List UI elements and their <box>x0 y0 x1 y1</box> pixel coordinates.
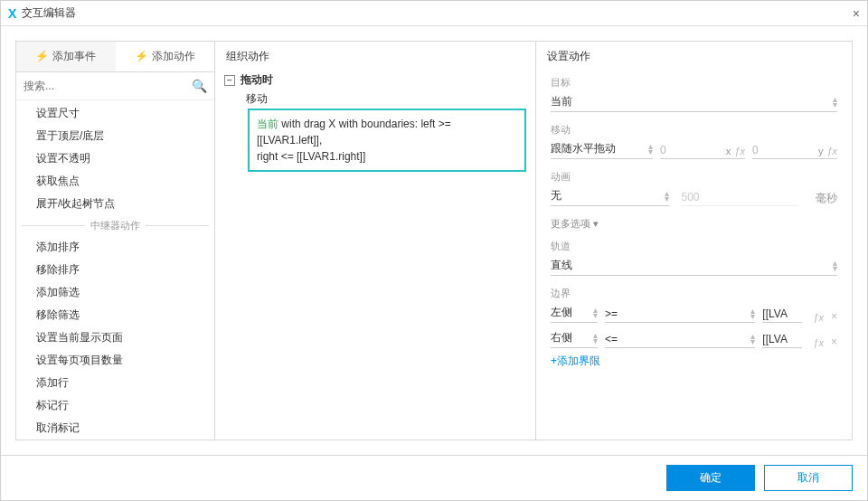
settings-body: 目标 当前 ▴▾ 移动 跟随水平拖动 ▴▾ 0 x ƒx <box>536 72 852 440</box>
remove-icon[interactable]: × <box>831 336 837 348</box>
anim-value: 无 <box>551 188 665 203</box>
move-label: 移动 <box>551 123 837 137</box>
chevron-updown-icon: ▴▾ <box>593 307 598 318</box>
action-item[interactable]: 展开/收起树节点 <box>16 193 214 215</box>
tab-add-event[interactable]: ⚡添加事件 <box>16 42 116 71</box>
lightning-icon: ⚡ <box>35 50 49 62</box>
content-area: ⚡添加事件 ⚡添加动作 🔍 设置尺寸 置于顶层/底层 设置不透明 获取焦点 展开… <box>1 26 867 455</box>
organize-header: 组织动作 <box>215 42 535 72</box>
fx-icon[interactable]: ƒx <box>813 337 824 348</box>
action-list[interactable]: 设置尺寸 置于顶层/底层 设置不透明 获取焦点 展开/收起树节点 中继器动作 添… <box>16 100 214 440</box>
x-label: x <box>726 146 731 156</box>
chevron-updown-icon: ▴▾ <box>750 334 755 345</box>
selected-action[interactable]: 当前 with drag X with boundaries: left >= … <box>248 109 526 172</box>
event-node[interactable]: − 拖动时 <box>224 72 526 88</box>
event-node-label: 拖动时 <box>241 72 273 88</box>
titlebar: X 交互编辑器 × <box>1 1 867 26</box>
duration-input[interactable]: 500 <box>682 189 800 206</box>
action-item[interactable]: 设置尺寸 <box>16 102 214 125</box>
bound-row: 左侧 ▴▾ >= ▴▾ [[LVA ƒx × <box>551 303 837 323</box>
more-options-toggle[interactable]: 更多选项 ▾ <box>551 217 837 231</box>
action-item[interactable]: 设置当前显示页面 <box>16 326 214 349</box>
action-item[interactable]: 添加行 <box>16 372 214 394</box>
action-item[interactable]: 取消标记 <box>16 417 214 440</box>
app-logo: X <box>8 6 16 21</box>
action-item[interactable]: 设置每页项目数量 <box>16 349 214 372</box>
fx-icon[interactable]: ƒx <box>734 146 745 156</box>
left-tabs: ⚡添加事件 ⚡添加动作 <box>16 42 214 72</box>
y-label: y <box>818 146 824 156</box>
bound-row: 右侧 ▴▾ <= ▴▾ [[LVA ƒx × <box>551 328 837 348</box>
remove-icon[interactable]: × <box>831 310 837 323</box>
middle-pane: 组织动作 − 拖动时 移动 当前 with drag X with bounda… <box>214 41 535 440</box>
bound-op-select[interactable]: >= ▴▾ <box>605 306 755 323</box>
target-field: 目标 当前 ▴▾ <box>551 76 837 112</box>
tab-add-event-label: 添加事件 <box>52 50 96 62</box>
track-value: 直线 <box>551 258 833 273</box>
fx-icon[interactable]: ƒx <box>813 312 824 323</box>
chevron-updown-icon: ▴▾ <box>833 260 837 271</box>
duration-unit: 毫秒 <box>812 191 837 206</box>
target-value: 当前 <box>551 94 833 109</box>
flash-icon: ⚡ <box>135 50 148 62</box>
bound-op-select[interactable]: <= ▴▾ <box>605 331 755 348</box>
action-item[interactable]: 移除排序 <box>16 259 214 281</box>
action-item[interactable]: 获取焦点 <box>16 170 214 193</box>
target-select[interactable]: 当前 ▴▾ <box>551 92 837 112</box>
action-item[interactable]: 设置不透明 <box>16 147 214 170</box>
track-select[interactable]: 直线 ▴▾ <box>551 256 837 276</box>
bound-expr-input[interactable]: [[LVA <box>762 306 802 323</box>
action-item[interactable]: 标记行 <box>16 394 214 417</box>
chevron-updown-icon: ▴▾ <box>750 308 755 319</box>
current-label: 当前 <box>257 118 278 130</box>
move-x-input[interactable]: 0 x ƒx <box>660 142 745 159</box>
ok-button[interactable]: 确定 <box>666 465 755 491</box>
action-item[interactable]: 置于顶层/底层 <box>16 125 214 147</box>
move-select[interactable]: 跟随水平拖动 ▴▾ <box>551 139 653 159</box>
left-pane: ⚡添加事件 ⚡添加动作 🔍 设置尺寸 置于顶层/底层 设置不透明 获取焦点 展开… <box>15 41 214 440</box>
bound-expr-input[interactable]: [[LVA <box>762 331 802 348</box>
bounds-field: 边界 左侧 ▴▾ >= ▴▾ [[LVA ƒx × <box>551 287 837 369</box>
chevron-updown-icon: ▴▾ <box>833 97 837 108</box>
cancel-button[interactable]: 取消 <box>764 465 853 491</box>
action-item[interactable]: 添加排序 <box>16 236 214 259</box>
footer: 确定 取消 <box>1 455 867 500</box>
anim-select[interactable]: 无 ▴▾ <box>551 186 669 206</box>
track-label: 轨道 <box>551 240 837 253</box>
organize-body: − 拖动时 移动 当前 with drag X with boundaries:… <box>215 72 535 172</box>
group-repeater: 中继器动作 <box>16 215 214 236</box>
chevron-updown-icon: ▴▾ <box>593 333 598 344</box>
right-pane: 设置动作 目标 当前 ▴▾ 移动 跟随水平拖动 ▴▾ 0 <box>535 41 853 440</box>
chevron-updown-icon: ▴▾ <box>648 144 653 155</box>
close-icon[interactable]: × <box>853 6 860 21</box>
search-row: 🔍 <box>16 72 214 100</box>
anim-field: 动画 无 ▴▾ 500 毫秒 <box>551 170 837 206</box>
settings-header: 设置动作 <box>536 42 852 72</box>
tab-add-action[interactable]: ⚡添加动作 <box>116 42 215 71</box>
action-text-line2: right <= [[LVAR1.right]] <box>257 150 365 163</box>
move-value: 跟随水平拖动 <box>551 141 648 156</box>
window-title: 交互编辑器 <box>22 5 76 21</box>
action-node[interactable]: 移动 <box>246 91 526 107</box>
fx-icon[interactable]: ƒx <box>826 146 837 156</box>
bounds-label: 边界 <box>551 287 837 300</box>
bound-side-select[interactable]: 右侧 ▴▾ <box>551 328 598 348</box>
add-boundary-link[interactable]: +添加界限 <box>551 354 837 369</box>
action-text-line1: with drag X with boundaries: left >= [[L… <box>257 118 451 147</box>
action-item[interactable]: 移除筛选 <box>16 304 214 326</box>
move-y-input[interactable]: 0 y ƒx <box>752 142 837 159</box>
collapse-icon[interactable]: − <box>224 75 235 86</box>
tab-add-action-label: 添加动作 <box>152 50 195 62</box>
bound-side-select[interactable]: 左侧 ▴▾ <box>551 303 598 323</box>
chevron-updown-icon: ▴▾ <box>665 191 669 202</box>
search-input[interactable] <box>24 76 192 96</box>
target-label: 目标 <box>551 76 837 90</box>
anim-label: 动画 <box>551 170 837 184</box>
move-field: 移动 跟随水平拖动 ▴▾ 0 x ƒx 0 y ƒx <box>551 123 837 159</box>
action-item[interactable]: 添加筛选 <box>16 281 214 304</box>
search-icon[interactable]: 🔍 <box>192 79 207 93</box>
track-field: 轨道 直线 ▴▾ <box>551 240 837 276</box>
